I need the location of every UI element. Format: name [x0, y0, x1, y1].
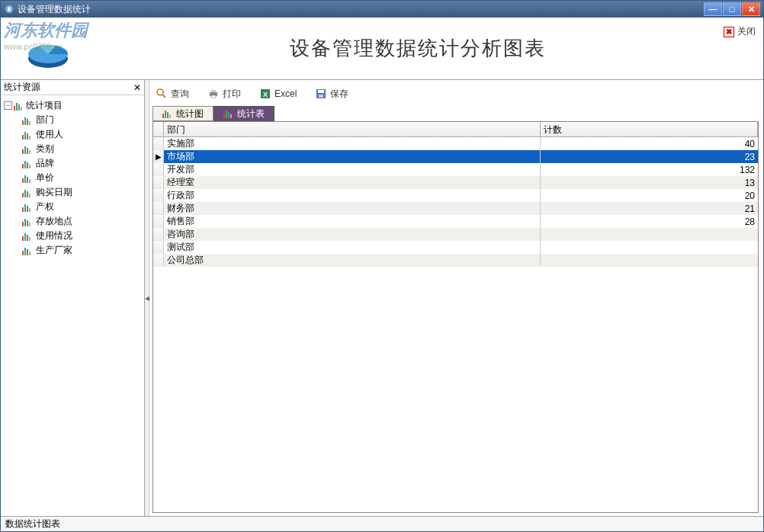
right-panel: 查询 打印 X Excel 保存: [149, 80, 763, 516]
sidebar-close-button[interactable]: ✕: [133, 82, 141, 93]
tree-item[interactable]: 产权: [22, 200, 141, 214]
row-indicator: [153, 202, 164, 215]
row-indicator: ▶: [153, 150, 164, 163]
tab-table-label: 统计表: [237, 107, 265, 120]
svg-rect-12: [318, 90, 324, 93]
search-icon: [156, 88, 168, 100]
row-indicator: [153, 163, 164, 176]
cell-count: 13: [541, 176, 758, 189]
svg-rect-1: [8, 7, 11, 11]
window-controls: — □ ✕: [704, 2, 760, 16]
splitter[interactable]: ◀: [145, 80, 149, 516]
table-row[interactable]: 测试部: [153, 241, 758, 254]
watermark-url: www.pc0359.cn: [4, 42, 88, 51]
tree-item[interactable]: 类别: [22, 142, 141, 156]
window-close-button[interactable]: ✕: [742, 2, 760, 16]
table-row[interactable]: 开发部132: [153, 163, 758, 176]
row-indicator: [153, 215, 164, 228]
grid-body: 实施部40▶市场部23开发部132经理室13行政部20财务部21销售部28咨询部…: [153, 137, 758, 512]
page-title: 设备管理数据统计分析图表: [72, 35, 763, 62]
tree-item[interactable]: 单价: [22, 171, 141, 185]
header-section: 河东软件园 www.pc0359.cn 设备管理数据统计分析图表 ✖ 关闭: [1, 18, 763, 80]
collapse-icon[interactable]: −: [4, 101, 12, 110]
tree-item-label: 品牌: [36, 157, 54, 170]
query-label: 查询: [171, 88, 189, 101]
toolbar: 查询 打印 X Excel 保存: [152, 83, 759, 104]
table-row[interactable]: 行政部20: [153, 189, 758, 202]
main-body: 统计资源 ✕ − 统计项目 部门使用人类别品牌单价购买日期产权存放地点使用情况生…: [1, 80, 763, 516]
cell-count: 40: [541, 137, 758, 150]
excel-button[interactable]: X Excel: [259, 88, 297, 100]
print-button[interactable]: 打印: [207, 88, 241, 101]
bar-chart-icon: [223, 109, 234, 118]
sidebar: 统计资源 ✕ − 统计项目 部门使用人类别品牌单价购买日期产权存放地点使用情况生…: [1, 80, 145, 516]
bar-chart-icon: [162, 109, 173, 118]
tree-item[interactable]: 部门: [22, 113, 141, 127]
close-icon: ✖: [724, 27, 734, 37]
tree-item-label: 产权: [36, 200, 54, 213]
cell-dept: 开发部: [164, 163, 541, 176]
tree-item[interactable]: 使用人: [22, 127, 141, 142]
tab-chart[interactable]: 统计图: [152, 106, 213, 121]
table-row[interactable]: 销售部28: [153, 215, 758, 228]
row-indicator: [153, 189, 164, 202]
cell-dept: 咨询部: [164, 228, 541, 241]
grid-header: 部门 计数: [153, 122, 758, 137]
save-button[interactable]: 保存: [315, 88, 348, 101]
tree-item[interactable]: 存放地点: [22, 214, 141, 229]
row-indicator: [153, 176, 164, 189]
tree-item-label: 购买日期: [36, 186, 72, 199]
cell-dept: 财务部: [164, 202, 541, 215]
save-label: 保存: [330, 88, 348, 101]
tab-table[interactable]: 统计表: [213, 106, 274, 121]
app-window: 设备管理数据统计 — □ ✕ 河东软件园 www.pc0359.cn 设备管理数…: [0, 0, 764, 532]
cell-count: 28: [541, 215, 758, 228]
data-grid[interactable]: 部门 计数 实施部40▶市场部23开发部132经理室13行政部20财务部21销售…: [152, 121, 759, 513]
bar-chart-icon: [22, 217, 33, 226]
bar-chart-icon: [22, 203, 33, 212]
tree-item-label: 存放地点: [36, 215, 72, 228]
tree-item[interactable]: 生产厂家: [22, 243, 141, 258]
cell-dept: 经理室: [164, 176, 541, 189]
grid-header-count[interactable]: 计数: [541, 122, 758, 136]
watermark-text: 河东软件园: [4, 19, 88, 42]
minimize-button[interactable]: —: [704, 2, 722, 16]
bar-chart-icon: [22, 130, 33, 139]
close-link[interactable]: ✖ 关闭: [724, 25, 756, 38]
tree-item-label: 使用情况: [36, 229, 72, 242]
table-row[interactable]: 经理室13: [153, 176, 758, 189]
tree-root-node[interactable]: − 统计项目: [4, 98, 141, 113]
grid-header-indicator: [153, 122, 164, 136]
svg-rect-8: [211, 95, 216, 98]
svg-point-4: [157, 89, 163, 95]
tab-strip: 统计图 统计表: [152, 106, 759, 121]
tree-item[interactable]: 购买日期: [22, 185, 141, 200]
content-area: 河东软件园 www.pc0359.cn 设备管理数据统计分析图表 ✖ 关闭 统计…: [1, 18, 763, 531]
tree-root-label: 统计项目: [26, 99, 63, 112]
tree-view: − 统计项目 部门使用人类别品牌单价购买日期产权存放地点使用情况生产厂家: [1, 95, 144, 516]
table-row[interactable]: 公司总部: [153, 254, 758, 267]
cell-dept: 公司总部: [164, 254, 541, 267]
maximize-button[interactable]: □: [723, 2, 741, 16]
query-button[interactable]: 查询: [156, 88, 189, 101]
table-row[interactable]: 咨询部: [153, 228, 758, 241]
titlebar[interactable]: 设备管理数据统计 — □ ✕: [1, 1, 763, 18]
table-row[interactable]: 实施部40: [153, 137, 758, 150]
grid-header-dept[interactable]: 部门: [164, 122, 541, 136]
tab-chart-label: 统计图: [176, 107, 204, 120]
tree-item[interactable]: 使用情况: [22, 229, 141, 243]
window-title: 设备管理数据统计: [18, 3, 704, 16]
tree-item[interactable]: 品牌: [22, 156, 141, 171]
table-row[interactable]: ▶市场部23: [153, 150, 758, 163]
svg-rect-13: [319, 95, 323, 98]
row-indicator: [153, 137, 164, 150]
table-row[interactable]: 财务部21: [153, 202, 758, 215]
printer-icon: [207, 88, 220, 100]
bar-chart-icon: [22, 174, 33, 183]
cell-dept: 实施部: [164, 137, 541, 150]
status-text: 数据统计图表: [5, 518, 60, 530]
status-bar: 数据统计图表: [1, 516, 763, 531]
bar-chart-icon: [22, 188, 33, 197]
cell-count: 20: [541, 189, 758, 202]
tree-item-label: 类别: [36, 143, 54, 155]
